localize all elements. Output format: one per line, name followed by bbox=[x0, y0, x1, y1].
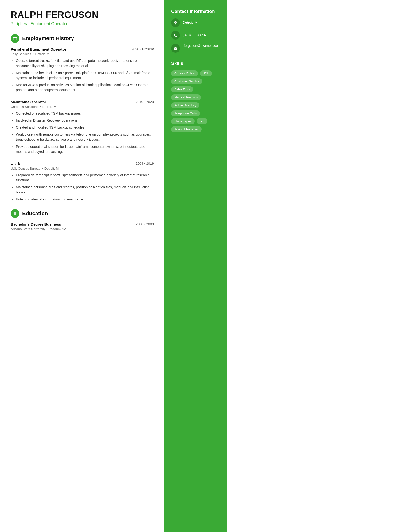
job-dates: 2020 - Present bbox=[131, 47, 154, 51]
job-bullet: Maintained the health of 7 Sun Sparc5 Un… bbox=[16, 70, 154, 81]
candidate-role: Peripheral Equipment Operator bbox=[11, 21, 154, 26]
main-content: RALPH FERGUSON Peripheral Equipment Oper… bbox=[0, 0, 164, 532]
skills-section: Skills General PublicJCLCustomer Service… bbox=[171, 61, 221, 132]
phone-icon bbox=[171, 31, 180, 40]
job-title: Mainframe Operator bbox=[11, 100, 46, 104]
contact-phone: (370) 555-6856 bbox=[171, 31, 221, 40]
job-title: Clerk bbox=[11, 162, 20, 166]
contact-phone-text: (370) 555-6856 bbox=[183, 33, 206, 38]
contact-location-text: Detroit, MI bbox=[183, 20, 198, 25]
employment-section-header: Employment History bbox=[11, 34, 154, 43]
candidate-name: RALPH FERGUSON bbox=[11, 10, 154, 20]
job-dates: 2019 - 2020 bbox=[136, 100, 154, 104]
job-bullets: Corrected or escalated TSM backup issues… bbox=[11, 111, 154, 154]
contact-section-title: Contact Information bbox=[171, 9, 221, 14]
location-icon bbox=[171, 18, 180, 27]
skill-badge: Blank Tapes bbox=[171, 118, 195, 124]
email-icon bbox=[171, 44, 180, 53]
skill-badge: JCL bbox=[200, 70, 212, 76]
job-title: Peripheral Equipment Operator bbox=[11, 47, 66, 51]
job-block: Clerk 2009 - 2019 U.S. Census Bureau•Det… bbox=[11, 162, 154, 202]
skill-badge: General Public bbox=[171, 70, 198, 76]
job-bullets: Operate torrent trucks, forklifts, and u… bbox=[11, 58, 154, 93]
job-bullet: Operate torrent trucks, forklifts, and u… bbox=[16, 58, 154, 68]
job-header: Mainframe Operator 2019 - 2020 bbox=[11, 100, 154, 104]
job-header: Clerk 2009 - 2019 bbox=[11, 162, 154, 166]
job-bullet: Involved in Disaster Recovery operations… bbox=[16, 118, 154, 123]
job-bullet: Monitor AS400 production activities Moni… bbox=[16, 83, 154, 93]
skill-badge: Taking Messages bbox=[171, 126, 202, 132]
edu-header: Bachelor's Degree Business 2006 - 2009 bbox=[11, 222, 154, 227]
jobs-list: Peripheral Equipment Operator 2020 - Pre… bbox=[11, 47, 154, 202]
skill-badge: Medical Records bbox=[171, 94, 201, 100]
skill-badge: Active Directory bbox=[171, 102, 199, 108]
contact-email-text: rferguson@example.com bbox=[183, 44, 221, 53]
contact-location: Detroit, MI bbox=[171, 18, 221, 27]
employment-title: Employment History bbox=[22, 35, 74, 42]
education-list: Bachelor's Degree Business 2006 - 2009 A… bbox=[11, 222, 154, 231]
job-company: Caretech Solutions•Detroit, MI bbox=[11, 105, 154, 109]
sidebar: Contact Information Detroit, MI (370) 55… bbox=[164, 0, 227, 532]
employment-icon bbox=[11, 34, 19, 43]
job-bullet: Prepared daily receipt reports, spreadsh… bbox=[16, 173, 154, 183]
job-header: Peripheral Equipment Operator 2020 - Pre… bbox=[11, 47, 154, 51]
job-bullet: Provided operational support for large m… bbox=[16, 144, 154, 154]
job-bullet: Work closely with remote customers via t… bbox=[16, 132, 154, 142]
job-block: Mainframe Operator 2019 - 2020 Caretech … bbox=[11, 100, 154, 154]
job-company: Kelly Services•Detroit, MI bbox=[11, 52, 154, 56]
job-bullet: Enter confidential information into main… bbox=[16, 197, 154, 202]
job-bullet: Maintained personnel files and records, … bbox=[16, 185, 154, 195]
edu-school: Arizona State University • Phoenix, AZ bbox=[11, 227, 154, 231]
contact-email: rferguson@example.com bbox=[171, 44, 221, 53]
skills-grid: General PublicJCLCustomer ServiceSales F… bbox=[171, 70, 221, 132]
edu-dates: 2006 - 2009 bbox=[136, 222, 154, 226]
education-section-header: Education bbox=[11, 209, 154, 218]
skill-badge: Telephone Calls bbox=[171, 110, 200, 116]
skill-badge: Customer Service bbox=[171, 78, 202, 84]
job-dates: 2009 - 2019 bbox=[136, 162, 154, 165]
skill-badge: IPL bbox=[196, 118, 208, 124]
education-title: Education bbox=[22, 210, 48, 217]
job-bullets: Prepared daily receipt reports, spreadsh… bbox=[11, 173, 154, 202]
job-block: Peripheral Equipment Operator 2020 - Pre… bbox=[11, 47, 154, 93]
job-bullet: Corrected or escalated TSM backup issues… bbox=[16, 111, 154, 116]
education-block: Bachelor's Degree Business 2006 - 2009 A… bbox=[11, 222, 154, 231]
education-icon bbox=[11, 209, 19, 218]
job-company: U.S. Census Bureau•Detroit, MI bbox=[11, 167, 154, 170]
edu-degree: Bachelor's Degree Business bbox=[11, 222, 61, 227]
skills-section-title: Skills bbox=[171, 61, 221, 66]
job-bullet: Created and modified TSM backup schedule… bbox=[16, 125, 154, 130]
skill-badge: Sales Floor bbox=[171, 86, 193, 92]
